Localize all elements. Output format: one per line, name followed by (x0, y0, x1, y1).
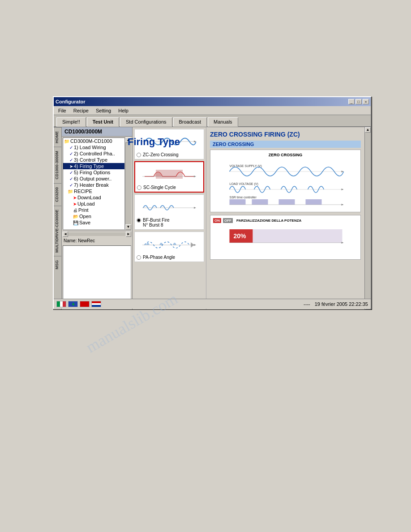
close-button[interactable]: × (363, 99, 369, 104)
flag-4[interactable] (91, 301, 101, 307)
maximize-button[interactable]: □ (355, 99, 362, 104)
tree-item-upload[interactable]: ➤ UpLoad (63, 201, 124, 207)
status-right: ---- 19 février 2005 22:22:35 (304, 301, 368, 307)
menu-file[interactable]: File (56, 107, 69, 114)
radio-pa[interactable]: PA-Phase Angle (137, 255, 202, 260)
tree-item-open[interactable]: 📂 Open (63, 213, 124, 219)
side-tab-cd3200[interactable]: CD3200 (54, 183, 61, 206)
center-panel: ZC-Zero Crossing (133, 127, 206, 309)
tree-item-download[interactable]: ➤ DownLoad (63, 194, 124, 201)
menu-recipe[interactable]: Recipe (71, 107, 91, 114)
folder-icon: 📁 (68, 189, 73, 194)
right-panel: ZERO CROSSING FIRING (ZC) ZERO CROSSING … (206, 127, 371, 309)
svg-text:LOAD VOLTAGE (V): LOAD VOLTAGE (V) (230, 182, 258, 186)
off-label: OFF (223, 218, 233, 223)
folder-icon: 📁 (64, 139, 69, 144)
wave-pa-svg (142, 235, 196, 253)
tab-manuals[interactable]: Manuals (208, 117, 238, 127)
svg-marker-9 (191, 242, 194, 248)
window-controls: _ □ × (348, 99, 369, 104)
wave-bf-svg (142, 198, 196, 216)
radio-zc-circle[interactable] (137, 153, 141, 157)
svg-marker-15 (342, 189, 344, 190)
tree-item-cd3000m[interactable]: 📁 CD3000M-CD1000 (63, 138, 124, 144)
horizontal-scrollbar[interactable]: ◄ ► (63, 231, 131, 237)
svg-text:SSR time controller: SSR time controller (230, 196, 257, 199)
flag-italy[interactable] (56, 301, 66, 307)
flag-3[interactable] (80, 301, 90, 307)
menu-setting[interactable]: Setting (93, 107, 114, 114)
left-panel-header: CD1000/3000M (62, 127, 132, 137)
tree-item-firing-type[interactable]: ➤ 4) Firing Type (63, 163, 124, 169)
parzializzazione-label: PARZIALIZZAZIONE DELLA POTENZA (236, 219, 301, 223)
firing-option-pa[interactable]: PA-Phase Angle (134, 232, 204, 262)
tree-item-recipe[interactable]: 📁 RECIPE (63, 188, 124, 194)
svg-rect-17 (230, 199, 246, 205)
check-icon: ✓ (69, 183, 73, 188)
zc-title: ZERO CROSSING FIRING (ZC) (210, 131, 361, 138)
radio-bf[interactable]: BF-Burst Fire (137, 218, 202, 223)
side-tab-multidrive[interactable]: MULTIDRIVE-CD3000E (54, 206, 61, 256)
wave-pa (137, 234, 202, 254)
svg-rect-25 (253, 229, 342, 243)
tree-item-output-power[interactable]: ✓ 6) Output power.. (63, 176, 124, 182)
scroll-left-button[interactable]: ◄ (63, 232, 68, 237)
zero-crossing-diagram: VOLTAGE SUPPLY (V) LOAD VOLTAGE (V) (213, 159, 358, 208)
radio-sc-label: SC-Single Cycle (143, 185, 176, 190)
tree-item-print[interactable]: 🖨 Print (63, 207, 124, 213)
wave-sc-svg (142, 165, 196, 183)
print-icon: 🖨 (73, 208, 77, 213)
wave-bf (137, 197, 202, 217)
side-tabs: HOME CD1000-3000M CD3200 MULTIDRIVE-CD30… (54, 127, 62, 309)
scroll-right-button[interactable]: ► (126, 232, 131, 237)
minimize-button[interactable]: _ (348, 99, 355, 104)
right-scrollbar[interactable]: ▲ ▼ (364, 127, 371, 309)
firing-option-sc[interactable]: SC-Single Cycle (134, 161, 204, 193)
tree-item-firing-options[interactable]: ✓ 5) Firing Options (63, 169, 124, 176)
svg-rect-19 (279, 199, 295, 205)
tree-item-save[interactable]: 💾 Save (63, 219, 124, 226)
tree-item-heater-break[interactable]: ✓ 7) Heater Break (63, 182, 124, 188)
flag-icons: 🌲 (56, 301, 101, 307)
titlebar: Configurator _ □ × (54, 97, 371, 106)
svg-marker-27 (342, 242, 344, 244)
right-scroll-up[interactable]: ▲ (365, 127, 371, 133)
side-tab-msg[interactable]: MSG (54, 256, 61, 273)
tab-broadcast[interactable]: Broadcast (173, 117, 207, 127)
tree-area: 📁 CD3000M-CD1000 ✓ 1) Load Wiring ✓ 2) C… (62, 137, 132, 231)
menubar: File Recipe Setting Help (54, 106, 371, 115)
svg-text:20%: 20% (234, 232, 247, 240)
radio-sc-circle[interactable] (137, 185, 141, 190)
firing-option-bf[interactable]: BF-Burst Fire N° Burst 8 (134, 194, 204, 230)
flag-2[interactable]: 🌲 (68, 301, 78, 307)
arrow-icon: ➤ (73, 195, 77, 200)
tab-testunit[interactable]: Test Unit (87, 117, 119, 127)
right-content: ZERO CROSSING FIRING (ZC) ZERO CROSSING … (206, 127, 364, 309)
scroll-down-button[interactable]: ▼ (125, 224, 131, 230)
power-diagram: 20% (213, 225, 358, 252)
status-dashes: ---- (304, 301, 310, 307)
status-datetime: 19 février 2005 22:22:35 (315, 301, 368, 307)
tree-item-controlled-pha[interactable]: ✓ 2) Controlled Pha.. (63, 150, 124, 157)
diagram-parzializzazione: ON OFF PARZIALIZZAZIONE DELLA POTENZA 20… (210, 215, 361, 260)
side-tab-home[interactable]: HOME (54, 127, 61, 147)
tree-scrollbar[interactable]: ▲ ▼ (125, 137, 131, 230)
check-icon: ✓ (69, 158, 73, 163)
diagram1-title: ZERO CROSSING (213, 153, 358, 157)
radio-zc[interactable]: ZC-Zero Crossing (137, 152, 202, 157)
tree-item-load-wiring[interactable]: ✓ 1) Load Wiring (63, 144, 124, 150)
name-label: Name: NewRec (63, 238, 131, 244)
radio-bf-circle[interactable] (137, 218, 141, 223)
window-title: Configurator (56, 99, 86, 104)
menu-help[interactable]: Help (116, 107, 131, 114)
side-tab-cd1000[interactable]: CD1000-3000M (54, 147, 61, 183)
radio-pa-circle[interactable] (137, 255, 141, 260)
tabs-row: Simple!! Test Unit Std Configurations Br… (54, 115, 371, 127)
tab-simpleii[interactable]: Simple!! (56, 117, 86, 127)
svg-rect-18 (252, 199, 268, 205)
tab-stdconfigurations[interactable]: Std Configurations (120, 117, 172, 127)
radio-sc[interactable]: SC-Single Cycle (137, 185, 201, 190)
tree-list: 📁 CD3000M-CD1000 ✓ 1) Load Wiring ✓ 2) C… (63, 137, 125, 230)
tree-item-control-type[interactable]: ✓ 3) Control Type (63, 157, 124, 163)
check-icon: ✓ (69, 151, 73, 156)
